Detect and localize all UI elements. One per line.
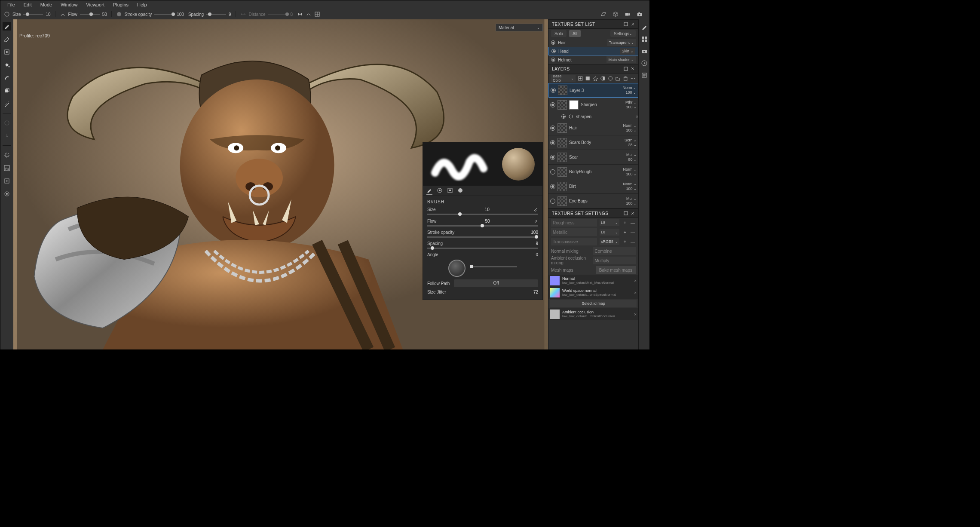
- add-smart-icon[interactable]: [608, 76, 613, 81]
- visibility-radio[interactable]: [551, 40, 555, 45]
- layer-visibility[interactable]: [550, 140, 555, 145]
- projection-tool[interactable]: [3, 48, 11, 56]
- distance-value[interactable]: 8: [291, 12, 293, 17]
- layer-name[interactable]: BodyRough: [569, 169, 621, 174]
- camera-icon[interactable]: [625, 11, 631, 17]
- mesh-map-row[interactable]: Ambient occlusionlow_low_default...mbien…: [548, 308, 638, 320]
- size-slider[interactable]: [23, 14, 43, 15]
- mesh-map-row[interactable]: World space normallow_low_default...orld…: [548, 287, 638, 299]
- history-icon[interactable]: [641, 60, 648, 67]
- mesh-map-row[interactable]: Normallow_low_defaultMat_MeshNormal×: [548, 275, 638, 287]
- add-mask-icon[interactable]: [600, 76, 606, 81]
- add-folder-icon[interactable]: [615, 76, 621, 81]
- shader-dropdown[interactable]: Transaprent ⌄: [607, 39, 636, 46]
- visibility-radio[interactable]: [551, 58, 555, 62]
- all-button[interactable]: All: [569, 30, 581, 37]
- channel-name[interactable]: Metallic: [551, 228, 597, 236]
- layer-visibility[interactable]: [550, 199, 555, 204]
- strokeop-value[interactable]: 100: [177, 12, 184, 17]
- bp-stroke-slider[interactable]: [427, 236, 538, 238]
- texture-set-row[interactable]: HelmetMain shader ⌄: [548, 55, 638, 64]
- layer-visibility[interactable]: [550, 155, 555, 160]
- map-remove[interactable]: ×: [634, 312, 637, 317]
- bp-spacing-slider[interactable]: [427, 248, 538, 249]
- menu-window[interactable]: Window: [56, 1, 82, 9]
- channel-selector[interactable]: Base Colo⌄: [551, 75, 576, 82]
- popout-icon[interactable]: [624, 22, 628, 26]
- add-fill-icon[interactable]: [585, 76, 591, 81]
- view-3d-icon[interactable]: [612, 11, 619, 17]
- brush-shelf-icon[interactable]: [641, 24, 648, 31]
- menu-edit[interactable]: Edit: [19, 1, 36, 9]
- menu-viewport[interactable]: Viewport: [82, 1, 109, 9]
- channel-remove[interactable]: —: [630, 239, 636, 244]
- wireframe-icon[interactable]: [314, 11, 320, 17]
- angle-dial[interactable]: [448, 260, 466, 277]
- shader-dropdown[interactable]: Skin ⌄: [620, 48, 635, 55]
- layer-mask[interactable]: [569, 100, 579, 110]
- effect-visibility[interactable]: [561, 114, 566, 119]
- delete-icon[interactable]: [623, 76, 628, 81]
- size-value[interactable]: 10: [46, 12, 50, 17]
- select-id-map[interactable]: Select id map: [550, 300, 637, 307]
- distance-slider[interactable]: [268, 14, 288, 15]
- bp-size-slider[interactable]: [427, 214, 538, 215]
- strokeop-slider[interactable]: [154, 14, 174, 15]
- layer-effect[interactable]: sharpen×: [548, 112, 638, 121]
- quick-mask-tool[interactable]: [3, 119, 11, 127]
- flow-value[interactable]: 50: [102, 12, 107, 17]
- layer-visibility[interactable]: [550, 126, 555, 131]
- iray-tool[interactable]: [3, 190, 11, 198]
- layer-name[interactable]: Layer 3: [570, 88, 621, 93]
- menu-mode[interactable]: Mode: [36, 1, 57, 9]
- channel-add[interactable]: +: [622, 230, 628, 235]
- ts-settings-button[interactable]: Settings ⌄: [610, 30, 636, 37]
- flow-slider[interactable]: [80, 14, 100, 15]
- popout-icon[interactable]: [624, 67, 628, 71]
- channel-name[interactable]: Transmissive: [551, 238, 597, 245]
- picker-tool[interactable]: [3, 99, 11, 108]
- layer-visibility[interactable]: [550, 169, 555, 175]
- layer-row[interactable]: DirtNorm ⌄100 ⌄: [548, 179, 638, 194]
- layer-name[interactable]: Eye Bags: [569, 199, 624, 203]
- texture-set-row[interactable]: HeadSkin ⌄: [548, 47, 638, 55]
- map-remove[interactable]: ×: [634, 279, 637, 283]
- bp-jitter-val[interactable]: 72: [525, 290, 538, 294]
- material-dropdown[interactable]: Material⌄: [496, 24, 543, 31]
- bp-angle-slider[interactable]: [470, 266, 517, 267]
- grid-icon[interactable]: [641, 36, 648, 43]
- smudge-tool[interactable]: [3, 74, 11, 82]
- layer-name[interactable]: Scars Body: [569, 140, 622, 145]
- alpha-tab-icon[interactable]: [437, 187, 443, 194]
- layer-name[interactable]: Sharpen: [581, 102, 623, 107]
- clone-tool[interactable]: [3, 86, 11, 95]
- channel-add[interactable]: +: [622, 221, 628, 225]
- bp-flow-slider[interactable]: [427, 225, 538, 227]
- layer-name[interactable]: Hair: [569, 126, 621, 130]
- log-icon[interactable]: [641, 72, 648, 79]
- more-icon[interactable]: [630, 76, 636, 81]
- bp-spacing-val[interactable]: 9: [525, 241, 538, 246]
- solo-button[interactable]: Solo: [551, 30, 567, 37]
- channel-format[interactable]: L8 ⌄: [600, 229, 619, 236]
- perspective-icon[interactable]: [600, 11, 606, 17]
- symmetry-icon[interactable]: [297, 11, 303, 17]
- layer-visibility[interactable]: [551, 88, 556, 93]
- channel-remove[interactable]: —: [630, 230, 636, 235]
- add-layer-icon[interactable]: [578, 76, 583, 81]
- ao-mixing-field[interactable]: Multiply: [593, 257, 636, 264]
- close-icon[interactable]: [631, 211, 635, 215]
- brush-tab-icon[interactable]: [426, 187, 432, 195]
- menu-help[interactable]: Help: [133, 1, 151, 9]
- bp-stroke-val[interactable]: 100: [525, 230, 538, 235]
- spacing-slider[interactable]: [206, 14, 226, 15]
- stencil-tab-icon[interactable]: [447, 187, 453, 194]
- pen-pressure-icon[interactable]: [533, 207, 538, 212]
- eraser-tool[interactable]: [3, 35, 11, 43]
- channel-name[interactable]: Roughness: [551, 219, 597, 227]
- channel-format[interactable]: sRGB8 ⌄: [600, 238, 619, 245]
- layer-name[interactable]: Dirt: [569, 184, 621, 189]
- material-tab-icon[interactable]: [457, 187, 463, 194]
- camera2-icon[interactable]: [641, 48, 648, 55]
- add-effect-icon[interactable]: [593, 76, 598, 81]
